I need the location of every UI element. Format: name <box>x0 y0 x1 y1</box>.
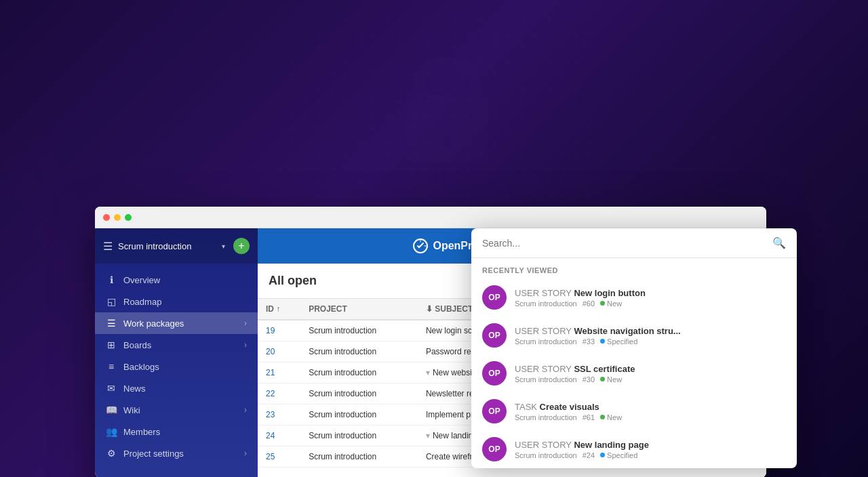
item-meta: Scrum introduction #61 New <box>515 413 786 421</box>
sidebar-item-label: Roadmap <box>123 297 161 307</box>
svg-rect-4 <box>443 127 452 144</box>
search-result-item[interactable]: OP USER STORY New login button Scrum int… <box>471 278 797 316</box>
item-project: Scrum introduction <box>515 375 577 383</box>
nav-arrow-icon: › <box>244 405 247 415</box>
item-number: #30 <box>583 375 595 383</box>
item-status: New <box>600 413 622 421</box>
item-project: Scrum introduction <box>515 413 577 421</box>
item-info: USER STORY SSL certificate Scrum introdu… <box>515 364 786 383</box>
sidebar-item-backlogs[interactable]: ≡ Backlogs <box>95 356 258 377</box>
sidebar-item-roadmap[interactable]: ◱ Roadmap <box>95 291 258 312</box>
sidebar-item-label: Backlogs <box>123 362 159 372</box>
title-bar <box>95 207 766 228</box>
nav-arrow-icon: › <box>244 449 247 458</box>
cell-project: Scrum introduction <box>300 362 418 383</box>
search-input[interactable] <box>482 238 767 249</box>
item-title: USER STORY New landing page <box>515 440 786 450</box>
cell-project: Scrum introduction <box>300 383 418 405</box>
sidebar-item-label: Project settings <box>123 449 184 459</box>
backlogs-icon: ≡ <box>106 361 117 372</box>
item-project: Scrum introduction <box>515 337 577 346</box>
add-project-button[interactable]: + <box>233 238 250 254</box>
col-id[interactable]: ID ↑ <box>258 299 300 320</box>
sidebar-item-label: News <box>123 383 146 394</box>
roadmap-icon: ◱ <box>106 296 117 307</box>
settings-icon: ⚙ <box>106 448 117 459</box>
sidebar-item-label: Overview <box>123 275 160 285</box>
item-number: #60 <box>583 299 595 308</box>
cell-id[interactable]: 20 <box>258 341 300 362</box>
sidebar-item-boards[interactable]: ⊞ Boards › <box>95 334 258 356</box>
sidebar-nav: ℹ Overview ◱ Roadmap ☰ Work packages › ⊞… <box>95 264 258 477</box>
item-meta: Scrum introduction #30 New <box>515 375 786 383</box>
cell-id[interactable]: 22 <box>258 383 300 405</box>
item-title: TASK Create visuals <box>515 402 786 412</box>
sidebar-item-project-settings[interactable]: ⚙ Project settings › <box>95 442 258 464</box>
sidebar-item-news[interactable]: ✉ News <box>95 377 258 399</box>
status-dot <box>600 377 605 381</box>
search-box: 🔍 <box>471 228 797 258</box>
project-dropdown-icon[interactable]: ▾ <box>222 243 225 250</box>
search-result-item[interactable]: OP USER STORY New landing page Scrum int… <box>471 430 797 468</box>
item-title: USER STORY Website navigation stru... <box>515 326 786 336</box>
item-number: #61 <box>583 413 595 421</box>
sidebar-item-wiki[interactable]: 📖 Wiki › <box>95 399 258 421</box>
item-avatar: OP <box>482 361 507 386</box>
item-status: New <box>600 299 622 308</box>
cell-project: Scrum introduction <box>300 320 418 341</box>
sidebar-header: ☰ Scrum introduction ▾ + <box>95 228 258 264</box>
status-dot <box>600 339 605 344</box>
wiki-icon: 📖 <box>106 405 117 415</box>
recently-viewed-label: RECENTLY VIEWED <box>471 258 797 278</box>
item-status: Specified <box>600 337 637 346</box>
minimize-dot[interactable] <box>114 214 121 221</box>
item-meta: Scrum introduction #24 Specified <box>515 451 786 459</box>
cell-project: Scrum introduction <box>300 426 418 447</box>
cell-id[interactable]: 23 <box>258 405 300 426</box>
project-name: Scrum introduction <box>118 241 216 251</box>
item-info: USER STORY New login button Scrum introd… <box>515 288 786 308</box>
cell-project: Scrum introduction <box>300 341 418 362</box>
item-title: USER STORY New login button <box>515 288 786 298</box>
nav-arrow-icon: › <box>244 340 247 350</box>
sidebar-item-overview[interactable]: ℹ Overview <box>95 269 258 291</box>
item-info: TASK Create visuals Scrum introduction #… <box>515 402 786 421</box>
search-dropdown: 🔍 RECENTLY VIEWED OP USER STORY New logi… <box>471 228 797 468</box>
search-result-item[interactable]: OP TASK Create visuals Scrum introductio… <box>471 392 797 430</box>
item-info: USER STORY New landing page Scrum introd… <box>515 440 786 459</box>
search-results: OP USER STORY New login button Scrum int… <box>471 278 797 468</box>
item-meta: Scrum introduction #60 New <box>515 299 786 308</box>
item-number: #33 <box>583 337 595 346</box>
news-icon: ✉ <box>106 383 117 394</box>
search-icon: 🔍 <box>772 236 786 249</box>
maximize-dot[interactable] <box>125 214 132 221</box>
item-meta: Scrum introduction #33 Specified <box>515 337 786 346</box>
cell-project: Scrum introduction <box>300 405 418 426</box>
item-info: USER STORY Website navigation stru... Sc… <box>515 326 786 346</box>
status-dot <box>600 453 605 457</box>
cell-project: Scrum introduction <box>300 447 418 468</box>
cell-id[interactable]: 25 <box>258 447 300 468</box>
item-status: New <box>600 375 622 383</box>
status-dot <box>600 301 605 306</box>
search-result-item[interactable]: OP USER STORY SSL certificate Scrum intr… <box>471 354 797 392</box>
search-result-item[interactable]: OP USER STORY Website navigation stru...… <box>471 316 797 354</box>
sidebar-item-work-packages[interactable]: ☰ Work packages › <box>95 312 258 334</box>
nav-arrow-icon: › <box>244 318 247 328</box>
item-avatar: OP <box>482 437 507 461</box>
item-avatar: OP <box>482 323 507 348</box>
members-icon: 👥 <box>106 426 117 437</box>
item-project: Scrum introduction <box>515 451 577 459</box>
hamburger-icon[interactable]: ☰ <box>103 240 113 253</box>
col-project[interactable]: PROJECT <box>300 299 418 320</box>
cell-id[interactable]: 21 <box>258 362 300 383</box>
work-packages-icon: ☰ <box>106 318 117 329</box>
sidebar: ☰ Scrum introduction ▾ + ℹ Overview ◱ Ro… <box>95 228 258 477</box>
cell-id[interactable]: 19 <box>258 320 300 341</box>
item-title: USER STORY SSL certificate <box>515 364 786 374</box>
item-status: Specified <box>600 451 637 459</box>
close-dot[interactable] <box>103 214 110 221</box>
item-avatar: OP <box>482 399 507 423</box>
sidebar-item-members[interactable]: 👥 Members <box>95 421 258 442</box>
cell-id[interactable]: 24 <box>258 426 300 447</box>
